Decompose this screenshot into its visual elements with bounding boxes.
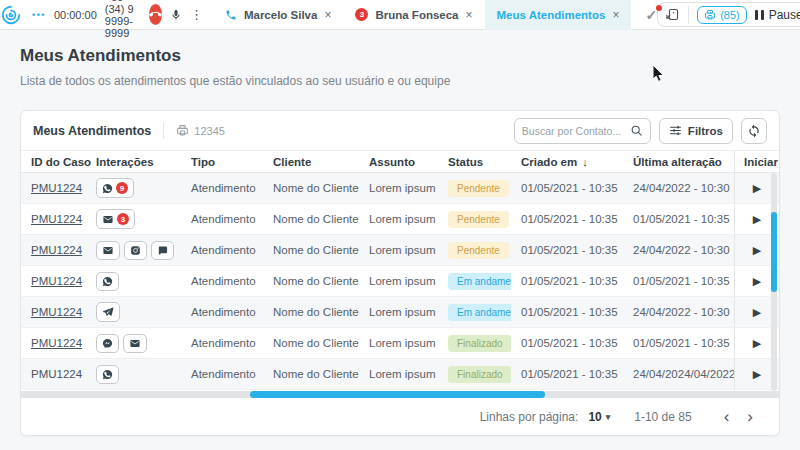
telegram-channel-button[interactable]	[96, 302, 120, 322]
start-attendance-button[interactable]: ▶	[753, 275, 761, 288]
start-attendance-button[interactable]: ▶	[753, 337, 761, 350]
case-id-link[interactable]: PMU1224	[31, 244, 82, 256]
refresh-button[interactable]	[741, 118, 767, 144]
rows-per-page-select[interactable]: 10 ▾	[588, 410, 610, 424]
status-cell: Em andamento	[438, 266, 511, 296]
page-subtitle: Lista de todos os atendimentos que estão…	[20, 74, 450, 88]
criado-em-cell: 01/05/2021 - 10:35	[511, 204, 623, 234]
search-input[interactable]	[522, 125, 630, 137]
interactions-cell: 3	[86, 204, 181, 234]
case-id-link[interactable]: PMU1224	[31, 213, 82, 225]
start-attendance-button[interactable]: ▶	[753, 182, 761, 195]
cliente-cell: Nome do Cliente	[263, 204, 359, 234]
whatsapp-icon	[102, 369, 113, 380]
chat-channel-button[interactable]	[151, 241, 174, 260]
column-header-assunto[interactable]: Assunto	[359, 151, 438, 172]
whatsapp-channel-button[interactable]	[96, 272, 119, 291]
horizontal-scrollbar-thumb[interactable]	[250, 391, 545, 398]
whatsapp-icon	[102, 276, 113, 287]
case-id-cell: PMU1224	[21, 266, 86, 296]
close-icon[interactable]: ×	[324, 8, 331, 22]
pause-label: Pause	[769, 8, 800, 22]
criado-em-cell: 01/05/2021 - 10:35	[511, 359, 623, 389]
start-attendance-button[interactable]: ▶	[753, 244, 761, 257]
ultima-alteracao-cell: 01/05/2021 - 10:35	[623, 266, 734, 296]
pause-button[interactable]: Pause	[755, 8, 800, 22]
queue-count-button[interactable]: (85)	[697, 6, 747, 24]
ultima-alteracao-cell: 24/04/2024/04/2022	[623, 359, 734, 389]
call-options-kebab-icon[interactable]: ⋮	[190, 8, 203, 21]
close-icon[interactable]: ×	[612, 8, 619, 22]
column-header-interacoes[interactable]: Interações	[86, 151, 181, 172]
assunto-cell: Lorem ipsum	[359, 297, 438, 327]
call-phone-number: +55 (34) 9 9999-9999	[105, 0, 141, 39]
email-channel-button[interactable]	[96, 241, 120, 260]
status-badge: Finalizado	[448, 366, 511, 383]
column-header-id[interactable]: ID do Caso	[21, 151, 86, 172]
transfer-call-button[interactable]	[665, 7, 680, 22]
active-call-bar: ••• 00:00:00 +55 (34) 9 9999-9999 ⋮	[22, 0, 213, 39]
start-attendance-button[interactable]: ▶	[753, 368, 761, 381]
instagram-channel-button[interactable]	[124, 241, 147, 260]
column-header-iniciar: Iniciar	[734, 151, 779, 172]
search-icon[interactable]	[630, 124, 643, 137]
tipo-cell: Atendimento	[181, 173, 263, 203]
interactions-cell	[86, 328, 181, 358]
case-id-link[interactable]: PMU1224	[31, 337, 82, 349]
sort-desc-icon[interactable]: ↓	[582, 156, 588, 168]
column-header-ultima-alteracao[interactable]: Última alteração	[623, 151, 734, 172]
interactions-cell	[86, 235, 181, 265]
tipo-cell: Atendimento	[181, 235, 263, 265]
column-header-cliente[interactable]: Cliente	[263, 151, 359, 172]
case-id-cell: PMU1224	[21, 328, 86, 358]
filters-button[interactable]: Filtros	[659, 118, 733, 144]
email-icon	[102, 214, 114, 225]
chevron-down-icon: ▾	[606, 412, 611, 422]
filters-sliders-icon	[669, 124, 682, 137]
assunto-cell: Lorem ipsum	[359, 266, 438, 296]
chat-icon	[157, 245, 168, 256]
case-id-link[interactable]: PMU1224	[31, 306, 82, 318]
call-expand-dots[interactable]: •••	[32, 10, 46, 20]
assunto-cell: Lorem ipsum	[359, 173, 438, 203]
vertical-scrollbar-thumb[interactable]	[771, 212, 777, 292]
column-header-status[interactable]: Status	[438, 151, 511, 172]
cliente-cell: Nome do Cliente	[263, 235, 359, 265]
tipo-cell: Atendimento	[181, 359, 263, 389]
case-id-cell: PMU1224	[21, 359, 86, 389]
ultima-alteracao-cell: 24/04/2022 - 10:30	[623, 297, 734, 327]
tasks-check-button[interactable]: ✓	[645, 6, 657, 24]
queue-count: (85)	[720, 9, 740, 21]
topbar: ••• 00:00:00 +55 (34) 9 9999-9999 ⋮ Marc…	[0, 0, 800, 30]
email-channel-button[interactable]	[123, 334, 147, 353]
close-icon[interactable]: ×	[466, 8, 473, 22]
app-logo[interactable]	[0, 4, 22, 26]
tab-meus-atendimentos[interactable]: Meus Atendimentos ×	[485, 0, 632, 30]
start-attendance-button[interactable]: ▶	[753, 213, 761, 226]
previous-page-button[interactable]: ‹	[720, 408, 734, 425]
start-attendance-button[interactable]: ▶	[753, 306, 761, 319]
email-channel-button[interactable]: 3	[96, 209, 135, 229]
column-header-criado-em[interactable]: Criado em ↓	[511, 151, 623, 172]
assunto-cell: Lorem ipsum	[359, 235, 438, 265]
tab-bruna-fonseca[interactable]: 3 Bruna Fonseca ×	[343, 0, 484, 30]
next-page-button[interactable]: ›	[743, 408, 757, 425]
hangup-button[interactable]	[149, 4, 162, 25]
tab-marcelo-silva[interactable]: Marcelo Silva ×	[213, 0, 344, 30]
case-id-link[interactable]: PMU1224	[31, 182, 82, 194]
column-header-tipo[interactable]: Tipo	[181, 151, 263, 172]
call-timer: 00:00:00	[54, 9, 97, 21]
messenger-channel-button[interactable]	[96, 334, 119, 353]
table-body: PMU1224 9 Atendimento Nome do Cliente Lo…	[21, 173, 779, 390]
status-cell: Em andamento	[438, 297, 511, 327]
atendimentos-card: Meus Atendimentos 12345	[20, 110, 780, 436]
whatsapp-channel-button[interactable]: 9	[96, 178, 134, 198]
divider	[163, 123, 164, 139]
table-row: PMU1224 Atendimento Nome do Cliente Lore…	[21, 297, 779, 328]
case-id-link: PMU1224	[31, 368, 82, 380]
whatsapp-channel-button[interactable]	[96, 365, 119, 384]
card-title: Meus Atendimentos	[33, 124, 151, 138]
mic-button[interactable]	[170, 8, 182, 22]
tab-label: Meus Atendimentos	[497, 9, 606, 21]
case-id-link[interactable]: PMU1224	[31, 275, 82, 287]
